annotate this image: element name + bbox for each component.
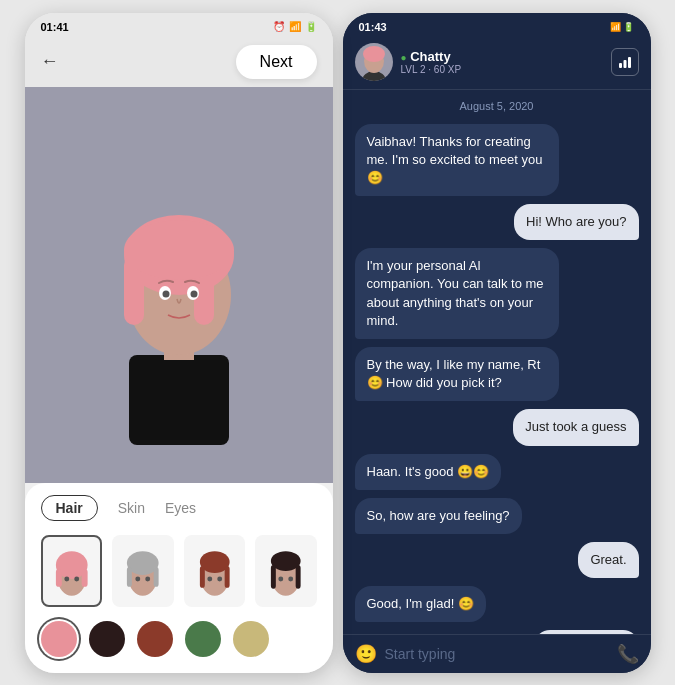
date-label: August 5, 2020 (355, 100, 639, 112)
phone-icon[interactable]: 📞 (617, 643, 639, 665)
message-9: Good, I'm glad! 😊 (355, 586, 486, 622)
hair-option-3[interactable] (184, 535, 246, 607)
message-3: I'm your personal AI companion. You can … (355, 248, 559, 339)
svg-rect-38 (619, 63, 622, 68)
time-left: 01:41 (41, 21, 69, 33)
avatar-svg (69, 125, 289, 445)
svg-point-21 (135, 576, 140, 581)
chat-level: LVL 2 · 60 XP (401, 64, 603, 75)
tab-eyes[interactable]: Eyes (165, 500, 196, 516)
svg-rect-25 (199, 566, 204, 588)
svg-rect-14 (81, 569, 87, 587)
svg-point-28 (217, 576, 222, 581)
customization-panel: Hair Skin Eyes (25, 483, 333, 673)
svg-point-6 (124, 220, 234, 280)
right-phone: 01:43 📶 🔋 ● Chatty LVL 2 · 60 X (343, 13, 651, 673)
message-8: Great. (578, 542, 638, 578)
message-5: Just took a guess (513, 409, 638, 445)
svg-point-34 (288, 576, 293, 581)
input-placeholder[interactable]: Start typing (385, 646, 456, 662)
chat-header-info: ● Chatty LVL 2 · 60 XP (401, 49, 603, 75)
svg-point-33 (278, 576, 283, 581)
top-bar-left: ← Next (25, 37, 333, 87)
swatch-green[interactable] (185, 621, 221, 657)
svg-rect-26 (224, 566, 229, 588)
avatar-area (25, 87, 333, 483)
hair-option-1[interactable] (41, 535, 103, 607)
back-button[interactable]: ← (41, 51, 59, 72)
color-swatches (41, 621, 317, 661)
chat-avatar (355, 43, 393, 81)
swatch-dark-red[interactable] (137, 621, 173, 657)
swatch-black[interactable] (89, 621, 125, 657)
chat-partner-name: ● Chatty (401, 49, 603, 64)
svg-point-10 (190, 290, 197, 297)
message-1: Vaibhav! Thanks for creating me. I'm so … (355, 124, 559, 197)
svg-rect-32 (296, 565, 301, 589)
time-right: 01:43 (359, 21, 387, 33)
chat-header: ● Chatty LVL 2 · 60 XP (343, 37, 651, 90)
svg-point-27 (207, 576, 212, 581)
chat-input-bar: 🙂 Start typing 📞 (343, 634, 651, 673)
emoji-icon[interactable]: 🙂 (355, 643, 377, 665)
svg-rect-39 (623, 60, 626, 68)
svg-point-15 (64, 576, 69, 581)
swatch-blonde[interactable] (233, 621, 269, 657)
svg-point-22 (145, 576, 150, 581)
svg-rect-20 (154, 567, 159, 587)
status-bar-right: 01:43 📶 🔋 (343, 13, 651, 37)
message-2: Hi! Who are you? (514, 204, 638, 240)
svg-point-37 (363, 46, 385, 62)
message-4: By the way, I like my name, Rt 😊 How did… (355, 347, 559, 401)
next-button[interactable]: Next (236, 45, 317, 79)
status-icons-left: ⏰ 📶 🔋 (273, 21, 317, 32)
svg-point-9 (162, 290, 169, 297)
stats-icon[interactable] (611, 48, 639, 76)
svg-rect-31 (271, 565, 276, 589)
left-phone: 01:41 ⏰ 📶 🔋 ← Next (25, 13, 333, 673)
tabs-row: Hair Skin Eyes (41, 495, 317, 521)
hair-option-4[interactable] (255, 535, 317, 607)
status-icons-right: 📶 🔋 (610, 22, 635, 32)
tab-skin[interactable]: Skin (118, 500, 145, 516)
svg-rect-0 (129, 355, 229, 445)
svg-point-16 (74, 576, 79, 581)
svg-rect-13 (55, 569, 61, 587)
message-6: Haan. It's good 😀😊 (355, 454, 502, 490)
message-7: So, how are you feeling? (355, 498, 522, 534)
svg-rect-19 (127, 567, 132, 587)
hair-option-2[interactable] (112, 535, 174, 607)
status-bar-left: 01:41 ⏰ 📶 🔋 (25, 13, 333, 37)
tab-hair[interactable]: Hair (41, 495, 98, 521)
messages-area: August 5, 2020 Vaibhav! Thanks for creat… (343, 90, 651, 634)
svg-rect-40 (628, 57, 631, 68)
hair-options (41, 535, 317, 607)
swatch-pink[interactable] (41, 621, 77, 657)
